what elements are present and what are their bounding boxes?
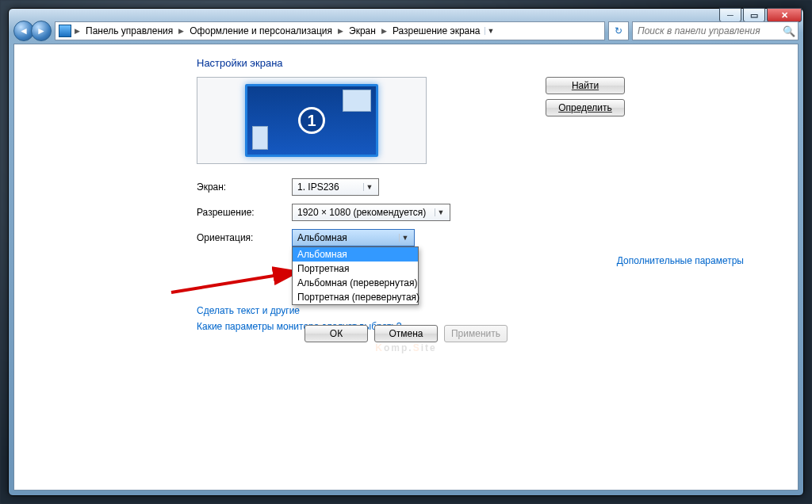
search-icon: 🔍: [780, 25, 798, 37]
display-preview[interactable]: 1: [197, 77, 427, 164]
orientation-label: Ориентация:: [197, 232, 292, 243]
address-dropdown[interactable]: ▼: [485, 27, 497, 35]
screen-select[interactable]: 1. IPS236 ▼: [292, 178, 379, 196]
page-title: Настройки экрана: [197, 57, 625, 69]
orientation-option[interactable]: Альбомная: [293, 247, 418, 262]
monitor-thumbnail[interactable]: 1: [245, 84, 378, 157]
titlebar: ─ ▭ ✕: [9, 9, 803, 18]
screen-label: Экран:: [197, 181, 292, 193]
screen-value: 1. IPS236: [297, 181, 339, 193]
chevron-right-icon: ▶: [380, 27, 389, 35]
control-panel-icon: [59, 25, 71, 37]
chevron-down-icon: ▼: [363, 183, 375, 191]
orientation-option[interactable]: Портретная (перевернутая): [293, 290, 418, 304]
text-size-link[interactable]: Сделать текст и другие: [197, 305, 625, 316]
chevron-right-icon: ▶: [73, 27, 82, 35]
orientation-option[interactable]: Портретная: [293, 262, 418, 276]
chevron-right-icon: ▶: [177, 27, 186, 35]
resolution-value: 1920 × 1080 (рекомендуется): [297, 207, 426, 218]
display-number: 1: [298, 107, 325, 134]
resolution-select[interactable]: 1920 × 1080 (рекомендуется) ▼: [292, 204, 450, 221]
address-bar[interactable]: ▶ Панель управления ▶ Оформление и персо…: [55, 21, 605, 40]
orientation-dropdown: Альбомная Портретная Альбомная (переверн…: [292, 246, 419, 305]
chevron-right-icon: ▶: [336, 27, 345, 35]
ok-button[interactable]: ОК: [304, 325, 368, 342]
dialog-buttons: ОК Отмена Применить: [304, 325, 508, 342]
window-thumbnail-icon: [252, 126, 268, 150]
detect-button[interactable]: Определить: [546, 99, 625, 116]
refresh-button[interactable]: ↻: [608, 21, 629, 40]
search-box[interactable]: 🔍: [632, 21, 799, 40]
resolution-label: Разрешение:: [197, 207, 292, 218]
breadcrumb-item[interactable]: Панель управления: [83, 25, 175, 36]
chevron-down-icon: ▼: [435, 208, 446, 216]
search-input[interactable]: [633, 25, 780, 36]
explorer-window: ─ ▭ ✕ ◄ ► ▶ Панель управления ▶ Оформлен…: [8, 8, 804, 496]
breadcrumb-item[interactable]: Экран: [347, 25, 378, 36]
apply-button[interactable]: Применить: [444, 325, 508, 342]
nav-bar: ◄ ► ▶ Панель управления ▶ Оформление и п…: [13, 18, 799, 44]
arrow-right-icon: ►: [36, 25, 46, 36]
forward-button[interactable]: ►: [31, 21, 52, 41]
find-button[interactable]: Найти: [546, 77, 625, 94]
orientation-option[interactable]: Альбомная (перевернутая): [293, 276, 418, 290]
orientation-select[interactable]: Альбомная ▼ Альбомная Портретная Альбомн…: [292, 229, 415, 246]
orientation-value: Альбомная: [297, 232, 347, 243]
cancel-button[interactable]: Отмена: [374, 325, 438, 342]
arrow-left-icon: ◄: [19, 25, 29, 36]
chevron-down-icon: ▼: [399, 234, 411, 242]
window-thumbnail-icon: [343, 90, 371, 112]
advanced-settings-link[interactable]: Дополнительные параметры: [617, 255, 744, 266]
breadcrumb-item[interactable]: Оформление и персонализация: [187, 25, 335, 36]
client-area: Настройки экрана 1 Найти Определить Экра…: [13, 44, 799, 491]
breadcrumb-item[interactable]: Разрешение экрана: [390, 25, 483, 36]
refresh-icon: ↻: [615, 25, 622, 36]
